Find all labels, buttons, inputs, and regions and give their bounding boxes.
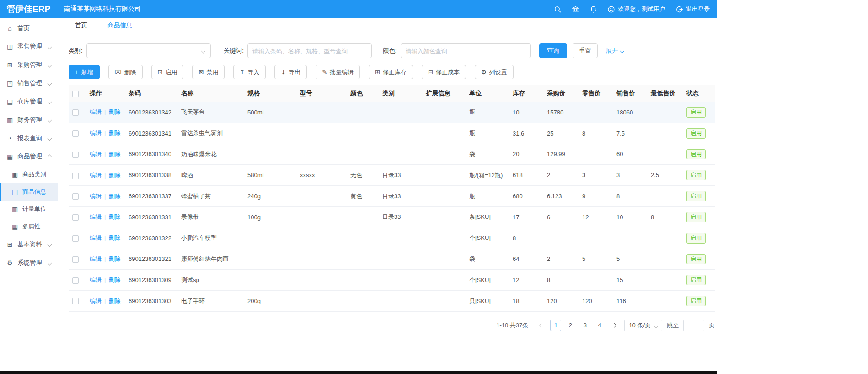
cell-color: 黄色 — [347, 186, 379, 207]
export-button[interactable]: ↧导出 — [274, 65, 307, 79]
sidebar-item-measure-unit[interactable]: ▥计量单位 — [0, 201, 58, 218]
sidebar-item-goods-info[interactable]: ▤商品信息 — [0, 183, 58, 201]
edit-link[interactable]: 编辑 — [90, 298, 102, 304]
delete-link[interactable]: 删除 — [108, 193, 120, 200]
prev-page-button[interactable] — [536, 320, 547, 331]
page-button-1[interactable]: 1 — [550, 320, 561, 331]
row-actions-cell: 编辑|删除 — [86, 249, 125, 270]
row-checkbox[interactable] — [72, 152, 79, 158]
row-checkbox[interactable] — [72, 109, 79, 116]
sidebar: ⌂首页◫零售管理⊞采购管理◰销售管理▤仓库管理▥财务管理◔报表查询▦商品管理▣商… — [0, 18, 58, 371]
cell-sale: 18060 — [613, 102, 647, 123]
jump-label: 跳至 — [667, 321, 679, 330]
logout-icon — [675, 5, 683, 13]
sidebar-item-sales[interactable]: ◰销售管理 — [0, 74, 58, 92]
cell-unit: 条[SKU] — [466, 206, 509, 228]
row-checkbox[interactable] — [72, 173, 79, 179]
edit-link[interactable]: 编辑 — [90, 255, 102, 262]
sidebar-item-warehouse[interactable]: ▤仓库管理 — [0, 92, 58, 111]
delete-link[interactable]: 删除 — [108, 255, 120, 262]
column-settings-button[interactable]: ⚙列设置 — [475, 65, 514, 79]
cell-lowest — [647, 228, 683, 249]
logout-button[interactable]: 退出登录 — [675, 5, 710, 13]
edit-link[interactable]: 编辑 — [90, 213, 102, 220]
select-all-checkbox[interactable] — [72, 91, 79, 97]
disable-button[interactable]: ⊠禁用 — [192, 65, 225, 79]
tab-goods-info[interactable]: 商品信息 — [107, 18, 133, 33]
row-checkbox[interactable] — [72, 193, 79, 200]
edit-link[interactable]: 编辑 — [90, 108, 102, 115]
cell-sale: 3 — [613, 165, 647, 186]
row-checkbox[interactable] — [72, 256, 79, 263]
keyword-input[interactable] — [247, 43, 372, 58]
sidebar-item-retail[interactable]: ◫零售管理 — [0, 38, 58, 56]
expand-link[interactable]: 展开 — [606, 47, 624, 55]
batch-edit-button[interactable]: ✎批量编辑 — [316, 65, 360, 79]
edit-link[interactable]: 编辑 — [90, 130, 102, 136]
search-icon[interactable] — [554, 5, 562, 13]
table-row: 编辑|删除6901236301340奶油味爆米花袋20129.9960启用 — [69, 144, 715, 165]
reset-button[interactable]: 重置 — [573, 43, 598, 58]
add-button[interactable]: +新增 — [69, 65, 100, 79]
op-separator: | — [104, 108, 106, 115]
cell-lowest — [647, 144, 683, 165]
page-button-2[interactable]: 2 — [565, 320, 576, 331]
sidebar-item-goods-category[interactable]: ▣商品类别 — [0, 166, 58, 183]
row-checkbox[interactable] — [72, 130, 79, 137]
color-input[interactable] — [401, 43, 531, 58]
bank-icon[interactable] — [572, 5, 579, 13]
sidebar-item-goods[interactable]: ▦商品管理 — [0, 147, 58, 166]
delete-link[interactable]: 删除 — [108, 213, 120, 220]
enable-button[interactable]: ⊡启用 — [151, 65, 184, 79]
edit-link[interactable]: 编辑 — [90, 234, 102, 241]
button-label: 批量编辑 — [330, 68, 354, 76]
edit-link[interactable]: 编辑 — [90, 151, 102, 157]
fix-cost-button[interactable]: ⊟修正成本 — [422, 65, 466, 79]
finance-icon: ▥ — [6, 117, 13, 123]
delete-link[interactable]: 删除 — [108, 298, 120, 304]
sidebar-item-multi-attr[interactable]: ▦多属性 — [0, 218, 58, 235]
cell-category — [379, 102, 422, 123]
page-button-4[interactable]: 4 — [594, 320, 605, 331]
delete-link[interactable]: 删除 — [108, 108, 120, 115]
cell-barcode: 6901236301322 — [125, 228, 177, 249]
tab-home[interactable]: 首页 — [74, 18, 88, 33]
button-label: 禁用 — [206, 68, 218, 76]
sidebar-item-finance[interactable]: ▥财务管理 — [0, 111, 58, 129]
cell-lowest: 8 — [647, 206, 683, 228]
row-checkbox[interactable] — [72, 214, 79, 221]
delete-link[interactable]: 删除 — [108, 130, 120, 136]
page-size-select[interactable]: 10 条/页 — [624, 320, 662, 331]
page-button-3[interactable]: 3 — [579, 320, 590, 331]
edit-link[interactable]: 编辑 — [90, 276, 102, 283]
next-page-button[interactable] — [609, 320, 620, 331]
trash-icon: ⌧ — [115, 69, 122, 75]
fix-stock-button[interactable]: ⊞修正库存 — [369, 65, 413, 79]
row-checkbox[interactable] — [72, 298, 79, 304]
category-select[interactable] — [86, 43, 211, 58]
delete-button[interactable]: ⌧删除 — [108, 65, 143, 79]
sidebar-item-report[interactable]: ◔报表查询 — [0, 129, 58, 147]
doc-icon: ▥ — [11, 206, 18, 212]
sidebar-item-purchase[interactable]: ⊞采购管理 — [0, 56, 58, 74]
delete-link[interactable]: 删除 — [108, 234, 120, 241]
sidebar-item-home[interactable]: ⌂首页 — [0, 19, 58, 38]
import-button[interactable]: ↥导入 — [233, 65, 266, 79]
edit-link[interactable]: 编辑 — [90, 193, 102, 200]
delete-link[interactable]: 删除 — [108, 151, 120, 157]
jump-page-input[interactable] — [683, 320, 704, 331]
delete-link[interactable]: 删除 — [108, 172, 120, 179]
row-checkbox[interactable] — [72, 277, 79, 284]
edit-link[interactable]: 编辑 — [90, 172, 102, 179]
column-settings-icon: ⚙ — [481, 69, 487, 75]
search-button[interactable]: 查询 — [539, 43, 567, 58]
cell-retail: 120 — [579, 291, 613, 312]
row-checkbox[interactable] — [72, 235, 79, 242]
sidebar-item-system[interactable]: ⚙系统管理 — [0, 254, 58, 272]
sidebar-item-basic-data[interactable]: ⊞基本资料 — [0, 235, 58, 254]
bell-icon[interactable] — [589, 5, 597, 13]
delete-link[interactable]: 删除 — [108, 276, 120, 283]
user-welcome[interactable]: 欢迎您，测试用户 — [607, 5, 665, 13]
cell-status: 启用 — [683, 144, 715, 165]
cell-spec: 200g — [244, 291, 296, 312]
